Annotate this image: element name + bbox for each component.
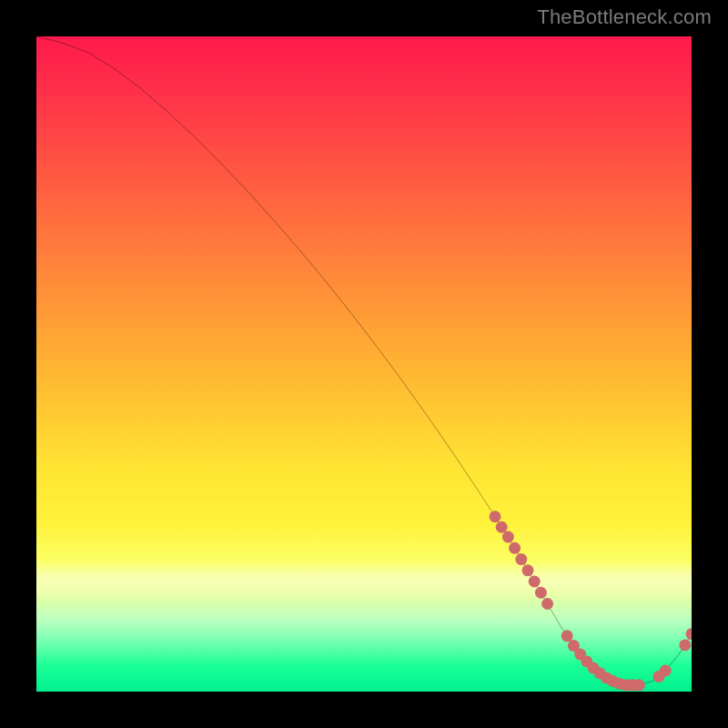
plot-area	[36, 36, 692, 692]
chart-frame: TheBottleneck.com	[0, 0, 728, 728]
attribution-label: TheBottleneck.com	[537, 5, 712, 29]
